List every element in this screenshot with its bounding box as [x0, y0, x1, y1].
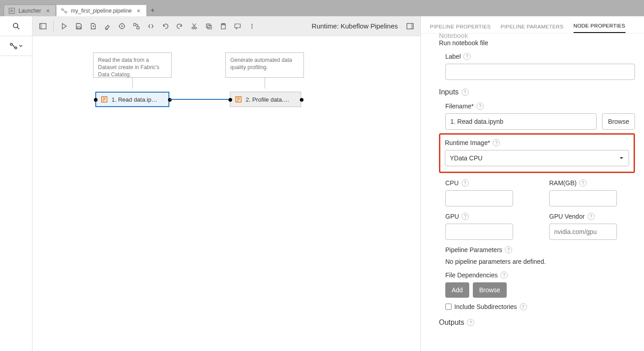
- graph-settings-button[interactable]: [130, 19, 143, 33]
- comment-node[interactable]: Generate automated data quality profilin…: [225, 52, 304, 78]
- search-button[interactable]: [0, 16, 32, 36]
- comment-node[interactable]: Read the data from a Dataset create in F…: [93, 52, 172, 78]
- node-label: 1. Read data.ip…: [112, 96, 157, 103]
- gpu-vendor-label: GPU Vendor: [549, 213, 585, 220]
- help-icon[interactable]: ?: [505, 246, 512, 253]
- comment-text: Generate automated data quality profilin…: [230, 57, 292, 70]
- help-icon[interactable]: ?: [520, 303, 527, 310]
- runtime-image-highlight: Runtime Image* ? YData CPU: [439, 133, 635, 173]
- help-icon[interactable]: ?: [462, 213, 469, 220]
- comment-connector: [265, 78, 265, 89]
- help-icon[interactable]: ?: [462, 89, 469, 96]
- notebook-icon: [235, 96, 242, 103]
- help-icon[interactable]: ?: [462, 179, 469, 187]
- runtimes-button[interactable]: [115, 19, 129, 33]
- cut-button[interactable]: [187, 19, 201, 33]
- help-icon[interactable]: ?: [493, 139, 500, 146]
- filename-input[interactable]: [445, 113, 597, 130]
- code-button[interactable]: [144, 19, 158, 33]
- filename-label: Filename*: [445, 103, 474, 110]
- search-icon: [12, 22, 20, 30]
- runtime-image-value: YData CPU: [450, 154, 482, 162]
- help-icon[interactable]: ?: [476, 103, 484, 110]
- include-subdirs-label: Include Subdirectories: [454, 303, 517, 310]
- help-icon[interactable]: ?: [588, 213, 595, 220]
- pipeline-canvas[interactable]: Read the data from a Dataset create in F…: [33, 36, 420, 351]
- pipeline-params-label: Pipeline Parameters: [445, 246, 502, 253]
- comment-connector: [132, 78, 133, 89]
- add-tab-button[interactable]: +: [147, 5, 159, 16]
- paste-button[interactable]: [216, 19, 230, 33]
- tab-bar: Launcher × my_first_pipeline.pipeline × …: [0, 4, 644, 16]
- copy-button[interactable]: [202, 19, 215, 33]
- svg-point-19: [252, 23, 252, 24]
- node-input-port[interactable]: [94, 98, 98, 102]
- launcher-icon: [9, 8, 15, 14]
- redo-button[interactable]: [173, 19, 187, 33]
- export-button[interactable]: [86, 19, 100, 33]
- gpu-vendor-input[interactable]: [549, 224, 617, 240]
- ram-label: RAM(GB): [549, 179, 577, 187]
- gpu-label: GPU: [445, 213, 459, 220]
- notebook-icon: [101, 96, 108, 103]
- properties-panel: PIPELINE PROPERTIES PIPELINE PARAMETERS …: [421, 16, 644, 351]
- node-type-desc: Run notebook file: [439, 39, 635, 47]
- runtime-image-label: Runtime Image*: [445, 139, 490, 146]
- browse-button[interactable]: Browse: [602, 113, 635, 130]
- label-field-label: Label: [445, 53, 461, 60]
- palette-button[interactable]: [0, 36, 32, 56]
- toggle-right-panel-button[interactable]: [403, 19, 417, 33]
- help-icon[interactable]: ?: [500, 271, 508, 279]
- pipeline-node-read-data[interactable]: 1. Read data.ip…: [95, 92, 169, 107]
- ram-input[interactable]: [549, 190, 617, 206]
- titlebar: [0, 0, 644, 4]
- tab-pipeline-properties[interactable]: PIPELINE PROPERTIES: [430, 24, 491, 33]
- node-label: 2. Profile data.…: [246, 96, 289, 103]
- include-subdirs-checkbox[interactable]: [445, 304, 452, 310]
- more-button[interactable]: [245, 19, 259, 33]
- svg-point-21: [252, 27, 252, 28]
- close-icon[interactable]: ×: [135, 8, 142, 14]
- pipeline-node-profile-data[interactable]: 2. Profile data.…: [230, 92, 301, 107]
- help-icon[interactable]: ?: [579, 179, 587, 187]
- tab-launcher[interactable]: Launcher ×: [4, 5, 56, 16]
- clear-button[interactable]: [101, 19, 114, 33]
- node-input-port[interactable]: [229, 98, 232, 102]
- tab-node-properties[interactable]: NODE PROPERTIES: [574, 23, 625, 33]
- svg-rect-23: [411, 23, 413, 29]
- cpu-input[interactable]: [445, 190, 513, 206]
- pipeline-edge[interactable]: [170, 99, 229, 100]
- editor-toolbar: Runtime: Kubeflow Pipelines: [33, 16, 420, 36]
- runtime-image-select[interactable]: YData CPU: [445, 150, 629, 166]
- toggle-left-panel-button[interactable]: [36, 19, 50, 33]
- run-button[interactable]: [57, 19, 71, 33]
- node-output-port[interactable]: [300, 98, 303, 102]
- svg-point-1: [61, 9, 63, 10]
- svg-rect-12: [137, 27, 139, 29]
- label-input[interactable]: [445, 64, 635, 80]
- cpu-label: CPU: [445, 179, 459, 187]
- undo-button[interactable]: [159, 19, 172, 33]
- pipeline-icon: [9, 42, 18, 50]
- no-params-text: No pipeline parameters are defined.: [445, 258, 635, 265]
- node-type-heading: Notebook: [439, 33, 635, 39]
- svg-point-2: [65, 11, 67, 13]
- save-button[interactable]: [72, 19, 85, 33]
- svg-rect-16: [208, 25, 211, 29]
- tab-label: my_first_pipeline.pipeline: [71, 8, 132, 14]
- browse-deps-button[interactable]: Browse: [473, 282, 507, 298]
- runtime-label: Runtime: Kubeflow Pipelines: [312, 22, 402, 30]
- tab-pipeline-file[interactable]: my_first_pipeline.pipeline ×: [56, 5, 147, 16]
- svg-point-20: [252, 25, 252, 26]
- left-sidebar: [0, 16, 33, 351]
- comment-button[interactable]: [231, 19, 244, 33]
- svg-rect-8: [77, 27, 80, 28]
- tab-pipeline-parameters[interactable]: PIPELINE PARAMETERS: [501, 24, 564, 33]
- properties-tabs: PIPELINE PROPERTIES PIPELINE PARAMETERS …: [421, 16, 644, 33]
- svg-point-4: [10, 43, 12, 45]
- gpu-input[interactable]: [445, 224, 513, 240]
- help-icon[interactable]: ?: [467, 319, 474, 326]
- close-icon[interactable]: ×: [45, 8, 51, 14]
- add-button[interactable]: Add: [445, 282, 469, 298]
- help-icon[interactable]: ?: [463, 53, 471, 60]
